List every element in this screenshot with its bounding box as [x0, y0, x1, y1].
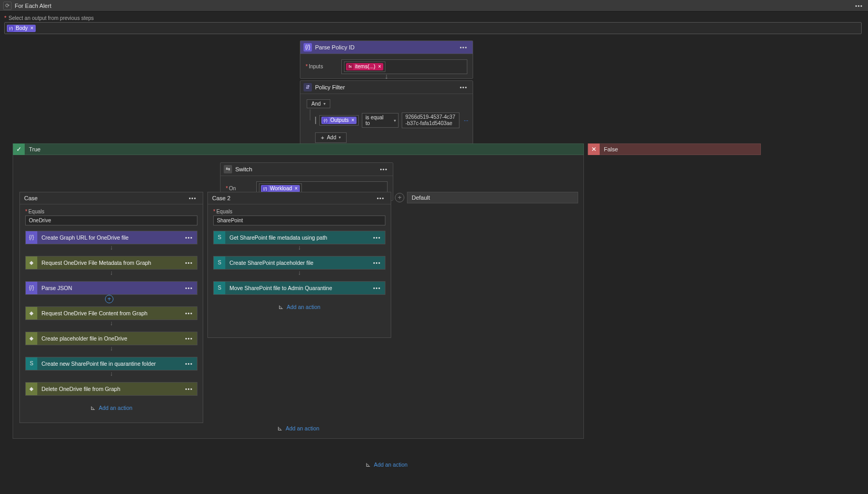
- action-more[interactable]: •••: [181, 386, 197, 392]
- chevron-down-icon: ▾: [339, 135, 341, 140]
- add-condition-button[interactable]: + Add ▾: [315, 132, 347, 143]
- action-more[interactable]: •••: [181, 310, 197, 316]
- case2-add-action[interactable]: ⊾ Add an action: [213, 303, 385, 311]
- default-case[interactable]: Default: [407, 192, 578, 203]
- action-more[interactable]: •••: [181, 234, 197, 241]
- http-icon: ◆: [26, 383, 37, 395]
- arrow-icon: ↓: [25, 345, 197, 352]
- case1-equals-input[interactable]: [25, 215, 197, 225]
- foreach-add-action[interactable]: ⊾ Add an action: [4, 461, 769, 468]
- add-label: Add: [327, 135, 336, 140]
- condition-checkbox[interactable]: [315, 117, 316, 124]
- case1-header[interactable]: Case •••: [20, 192, 203, 204]
- add-case-button[interactable]: +: [395, 193, 404, 202]
- condition-operator[interactable]: is equal to ▾: [362, 113, 399, 128]
- condition-value[interactable]: 9266d519-4537-4c37-b37c-fafa1d5403ae: [402, 112, 459, 128]
- action-more[interactable]: •••: [181, 361, 197, 367]
- and-dropdown[interactable]: And ▾: [307, 99, 330, 108]
- action-card[interactable]: {/}Parse JSON•••: [25, 281, 197, 295]
- plus-icon: +: [321, 135, 324, 141]
- policy-filter-card[interactable]: ⇵ Policy Filter ••• And ▾ {/} Outputs ×: [300, 80, 473, 150]
- dynamic-content-icon: {/}: [8, 25, 14, 32]
- action-title: Create SharePoint placeholder file: [225, 260, 369, 266]
- action-card[interactable]: SMove SharePoint file to Admin Quarantin…: [213, 281, 385, 295]
- workload-token[interactable]: {/} Workload ×: [261, 185, 300, 192]
- case-sharepoint: Case 2 ••• *Equals SGet SharePoint file …: [207, 192, 391, 338]
- action-card[interactable]: ◆Request OneDrive File Metadata from Gra…: [25, 256, 197, 270]
- action-card[interactable]: SCreate new SharePoint file in quarantin…: [25, 357, 197, 370]
- body-token[interactable]: {/} Body ×: [7, 25, 36, 32]
- workload-token-remove[interactable]: ×: [295, 186, 298, 191]
- body-token-remove[interactable]: ×: [30, 25, 34, 31]
- items-token-remove[interactable]: ×: [378, 64, 381, 69]
- sharepoint-icon: S: [214, 256, 225, 269]
- output-field[interactable]: {/} Body ×: [4, 22, 862, 34]
- true-label: True: [25, 146, 40, 152]
- action-more[interactable]: •••: [369, 260, 385, 266]
- true-add-action[interactable]: ⊾ Add an action: [13, 425, 583, 432]
- dynamic-content-icon: {/}: [322, 117, 329, 124]
- action-title: Get SharePoint file metadata using path: [225, 234, 369, 241]
- insert-step-button[interactable]: +: [105, 295, 113, 303]
- action-more[interactable]: •••: [181, 285, 197, 291]
- arrow-icon: ↓: [213, 270, 385, 276]
- case-onedrive: Case ••• *Equals {/}Create Graph URL for…: [19, 192, 203, 423]
- chevron-down-icon: ▾: [323, 101, 326, 106]
- body-token-label: Body: [16, 25, 28, 31]
- equals-label: Equals: [216, 209, 233, 214]
- data-operation-icon: {/}: [26, 282, 37, 294]
- case2-equals-input[interactable]: [213, 215, 385, 225]
- add-step-icon: ⊾: [365, 461, 371, 468]
- inputs-field[interactable]: fx items(...) ×: [341, 59, 467, 74]
- items-token[interactable]: fx items(...) ×: [346, 63, 383, 70]
- data-operation-icon: {/}: [304, 43, 312, 52]
- action-card[interactable]: ◆Request OneDrive File Content from Grap…: [25, 306, 197, 320]
- policy-filter-more[interactable]: •••: [457, 84, 469, 90]
- foreach-more[interactable]: •••: [853, 3, 865, 9]
- condition-more[interactable]: ···: [463, 117, 469, 124]
- action-card[interactable]: ◆Create placeholder file in OneDrive•••: [25, 332, 197, 345]
- action-more[interactable]: •••: [181, 260, 197, 266]
- action-more[interactable]: •••: [369, 285, 385, 291]
- true-branch-header[interactable]: ✓ True: [13, 143, 584, 155]
- case2-more[interactable]: •••: [374, 195, 386, 201]
- action-card[interactable]: ◆Delete OneDrive file from Graph•••: [25, 382, 197, 396]
- case1-add-action[interactable]: ⊾ Add an action: [25, 404, 197, 411]
- equals-label: Equals: [28, 209, 45, 214]
- operator-label: is equal to: [365, 115, 383, 126]
- items-token-label: items(...): [355, 64, 375, 69]
- action-title: Request OneDrive File Metadata from Grap…: [37, 260, 181, 266]
- add-action-link[interactable]: Add an action: [287, 304, 320, 310]
- http-icon: ◆: [26, 307, 37, 320]
- outputs-token-label: Outputs: [330, 117, 349, 123]
- false-branch-header[interactable]: ✕ False: [588, 143, 761, 155]
- case1-title: Case: [24, 195, 186, 201]
- add-action-link[interactable]: Add an action: [99, 405, 132, 411]
- condition-left[interactable]: {/} Outputs ×: [319, 115, 359, 126]
- action-more[interactable]: •••: [369, 234, 385, 241]
- arrow-icon: ↓: [25, 370, 197, 377]
- action-card[interactable]: SCreate SharePoint placeholder file•••: [213, 256, 385, 270]
- close-icon: ✕: [588, 143, 600, 155]
- inputs-label: Inputs: [309, 64, 323, 69]
- outputs-token[interactable]: {/} Outputs ×: [321, 117, 357, 124]
- case1-more[interactable]: •••: [186, 195, 198, 201]
- parse-policy-more[interactable]: •••: [457, 44, 469, 50]
- add-action-link[interactable]: Add an action: [374, 461, 407, 468]
- outputs-token-remove[interactable]: ×: [351, 117, 354, 123]
- check-icon: ✓: [13, 143, 25, 155]
- action-more[interactable]: •••: [181, 335, 197, 342]
- switch-more[interactable]: •••: [378, 166, 390, 172]
- action-card[interactable]: {/}Create Graph URL for OneDrive file•••: [25, 231, 197, 244]
- foreach-title: For Each Alert: [15, 3, 853, 9]
- case2-header[interactable]: Case 2 •••: [208, 192, 391, 204]
- add-step-icon: ⊾: [277, 425, 283, 432]
- action-card[interactable]: SGet SharePoint file metadata using path…: [213, 231, 385, 244]
- action-title: Parse JSON: [37, 285, 181, 291]
- false-label: False: [600, 146, 618, 152]
- action-title: Request OneDrive File Content from Graph: [37, 310, 181, 316]
- dynamic-content-icon: {/}: [262, 186, 268, 192]
- add-action-link[interactable]: Add an action: [286, 425, 319, 431]
- foreach-header[interactable]: ⟳ For Each Alert •••: [0, 0, 868, 12]
- action-title: Create placeholder file in OneDrive: [37, 335, 181, 342]
